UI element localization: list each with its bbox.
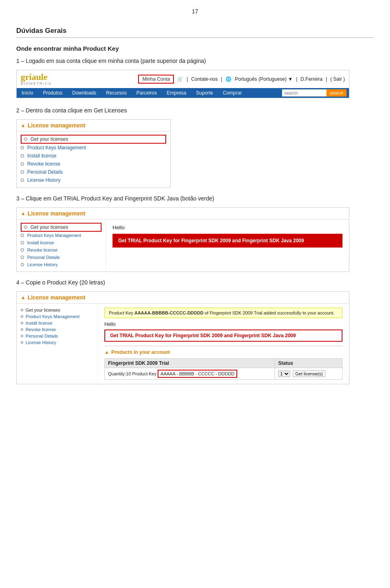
step4-text: 4 – Copie o Product Key (20 letras) <box>16 279 374 286</box>
language-select[interactable]: Português (Portuguese) ▼ <box>235 76 293 82</box>
license-quantity-select[interactable]: 1 <box>278 370 290 377</box>
license-right-4: Product Key AAAAA-BBBBB-CCCCC-DDDDD of F… <box>98 304 349 384</box>
bullet-icon <box>21 241 24 244</box>
menu-link-install[interactable]: Install license <box>27 153 56 159</box>
bullet-icon <box>21 162 24 166</box>
small-bullet-icon <box>21 322 23 324</box>
separator: | <box>186 76 188 82</box>
logo-subtext: BIOMETRICS <box>21 82 52 86</box>
cart-icon: 🛒 <box>177 76 183 82</box>
menu-link-product-keys[interactable]: Product Keys Management <box>27 145 86 151</box>
license-right-content: Hello Get TRIAL Product Key for Fingerpr… <box>106 220 349 271</box>
hello-text: Hello <box>113 224 342 230</box>
menu-label-get-3: Get your licenses <box>30 224 68 230</box>
menu-item-revoke[interactable]: Revoke license <box>21 160 166 168</box>
step3-text: 3 – Clique em Get TRIAL Product Key and … <box>16 195 374 202</box>
products-triangle: ▲ <box>104 349 109 355</box>
separator3: | <box>296 76 297 82</box>
sair-link[interactable]: ( Sair ) <box>330 76 345 82</box>
small-bullet-icon <box>21 309 23 311</box>
menu-link-pk-3[interactable]: Product Keys Management <box>27 233 81 238</box>
griaule-header: griaule BIOMETRICS Minha Conta 🛒 | Conta… <box>17 70 349 88</box>
search-button[interactable]: search <box>327 89 347 97</box>
menu-item-history[interactable]: License History <box>21 176 166 184</box>
menu-label-get: Get your licenses <box>30 136 68 142</box>
key-value-box: AAAAA - BBBBB - CCCCC - DDDDD <box>158 370 237 378</box>
step4-menu-install[interactable]: Install license <box>21 320 93 326</box>
license-title: License management <box>28 122 85 129</box>
license-menu-left-4: Get your licenses Product Keys Managemen… <box>17 304 98 384</box>
nav-downloads[interactable]: Downloads <box>67 88 101 98</box>
step4-menu-revoke[interactable]: Revoke license <box>21 326 93 333</box>
menu-link-history[interactable]: License History <box>27 177 61 183</box>
step4-link-revoke[interactable]: Revoke license <box>26 327 56 332</box>
menu-item-get-licenses[interactable]: Get your licenses <box>21 135 166 144</box>
contate-nos: Contate-nos <box>191 76 218 82</box>
menu-link-history-3[interactable]: License History <box>27 262 58 267</box>
license-header: ▲ License management <box>17 120 170 131</box>
menu-item-personal[interactable]: Personal Details <box>21 168 166 176</box>
bullet-icon <box>21 248 24 252</box>
separator2: | <box>221 76 222 82</box>
menu-link-personal-3[interactable]: Personal Details <box>27 255 60 260</box>
table-cell-status: 1 Get license(s) <box>275 368 342 380</box>
license-title-3: License management <box>28 210 85 217</box>
step2-text: 2 – Dentro da conta clique em Get Licens… <box>16 107 374 114</box>
menu-item-history-3[interactable]: License History <box>21 261 102 268</box>
menu-item-personal-3[interactable]: Personal Details <box>21 254 102 261</box>
triangle-icon: ▲ <box>21 295 26 300</box>
products-title: Products in your account <box>111 349 170 355</box>
menu-get-label: Get your licenses <box>26 308 60 312</box>
nav-suporte[interactable]: Suporte <box>191 88 218 98</box>
nav-parceiros[interactable]: Parceiros <box>132 88 162 98</box>
bullet-icon <box>21 170 24 174</box>
step4-menu-get[interactable]: Get your licenses <box>21 307 93 313</box>
bullet-icon <box>21 234 24 237</box>
table-row: Quantity:10 Product Key AAAAA - BBBBB - … <box>105 368 342 380</box>
license-panel-body: Get your licenses Product Keys Managemen… <box>17 220 349 271</box>
get-license-button[interactable]: Get license(s) <box>293 370 325 377</box>
triangle-icon: ▲ <box>21 123 26 128</box>
bullet-icon <box>21 179 24 182</box>
nav-comprar[interactable]: Comprar <box>218 88 247 98</box>
nav-inicio[interactable]: Início <box>17 88 38 98</box>
bullet-icon <box>21 263 24 266</box>
menu-link-personal[interactable]: Personal Details <box>27 169 63 175</box>
search-input[interactable] <box>282 89 327 97</box>
nav-empresa[interactable]: Empresa <box>162 88 191 98</box>
search-box: search <box>282 89 349 97</box>
griaule-logo: griaule BIOMETRICS <box>21 73 52 86</box>
step4-menu-history[interactable]: License History <box>21 339 93 346</box>
menu-link-revoke-3[interactable]: Revoke license <box>27 248 58 252</box>
step4-menu-personal[interactable]: Personal Details <box>21 333 93 339</box>
menu-item-get-3[interactable]: Get your licenses <box>21 223 102 232</box>
menu-item-revoke-3[interactable]: Revoke license <box>21 246 102 254</box>
step4-link-pk[interactable]: Product Keys Management <box>26 314 80 319</box>
step4-link-install[interactable]: Install license <box>26 321 52 325</box>
step4-menu-pk[interactable]: Product Keys Management <box>21 313 93 320</box>
menu-item-pk-3[interactable]: Product Keys Management <box>21 232 102 239</box>
menu-link-revoke[interactable]: Revoke license <box>27 161 60 167</box>
menu-item-product-keys[interactable]: Product Keys Management <box>21 144 166 152</box>
nav-recursos[interactable]: Recursos <box>101 88 132 98</box>
griaule-nav-bar: Início Produtos Downloads Recursos Parce… <box>17 88 349 98</box>
bullet-icon <box>24 226 27 229</box>
trial-button[interactable]: Get TRIAL Product Key for Fingerprint SD… <box>113 234 342 248</box>
griaule-site-mockup: griaule BIOMETRICS Minha Conta 🛒 | Conta… <box>16 70 349 98</box>
menu-item-install-3[interactable]: Install license <box>21 239 102 246</box>
license-panel-4-body: Get your licenses Product Keys Managemen… <box>17 304 349 384</box>
license-header-4: ▲ License management <box>17 292 349 304</box>
step4-link-personal[interactable]: Personal Details <box>26 334 58 338</box>
step4-link-history[interactable]: License History <box>26 340 56 345</box>
menu-item-install[interactable]: Install license <box>21 152 166 160</box>
minha-conta-box[interactable]: Minha Conta <box>138 75 174 84</box>
license-menu: Get your licenses Product Keys Managemen… <box>17 131 170 187</box>
menu-link-install-3[interactable]: Install license <box>27 240 54 245</box>
small-bullet-icon <box>21 335 23 337</box>
trial-btn-red[interactable]: Get TRIAL Product Key for Fingerprint SD… <box>104 330 342 342</box>
table-header-status: Status <box>275 359 342 368</box>
nav-produtos[interactable]: Produtos <box>38 88 67 98</box>
license-header-3: ▲ License management <box>17 208 349 220</box>
logo-text: griaule <box>21 73 52 82</box>
notice-key: AAAAA-BBBBB-CCCCC-DDDDD <box>134 310 204 315</box>
